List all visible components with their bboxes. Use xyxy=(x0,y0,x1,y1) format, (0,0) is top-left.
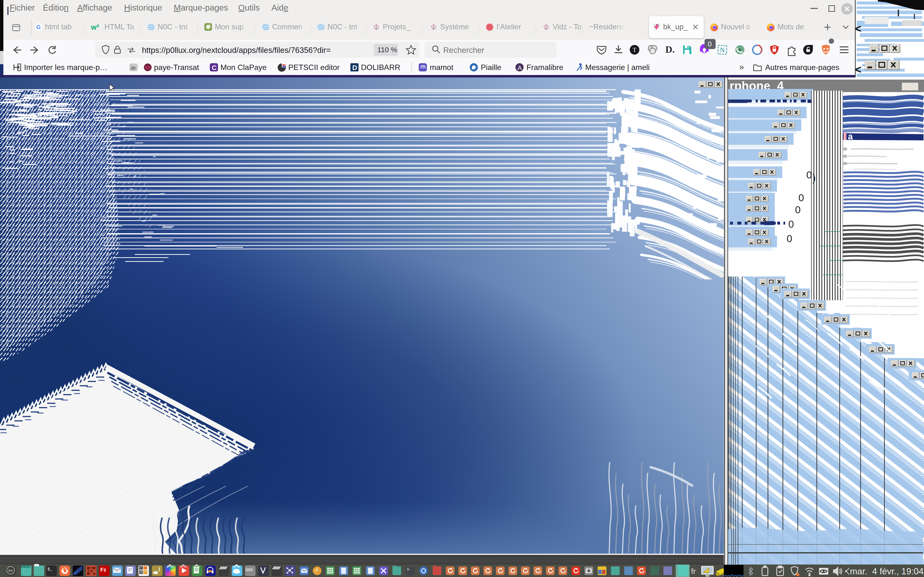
svg-text:0: 0 xyxy=(788,219,794,230)
svg-text:0: 0 xyxy=(787,233,792,244)
svg-text:<: < xyxy=(855,63,861,76)
svg-text:<: < xyxy=(855,23,861,35)
svg-text:T: T xyxy=(633,47,636,53)
svg-text:a: a xyxy=(848,132,853,141)
svg-text:0: 0 xyxy=(798,192,804,203)
svg-text:N: N xyxy=(720,46,725,53)
svg-text:D.: D. xyxy=(666,44,675,55)
svg-text:0: 0 xyxy=(795,204,801,215)
svg-text:): ) xyxy=(813,172,816,184)
svg-text:lm: lm xyxy=(8,568,13,573)
svg-text:G: G xyxy=(36,24,41,30)
svg-text:0: 0 xyxy=(806,169,812,181)
